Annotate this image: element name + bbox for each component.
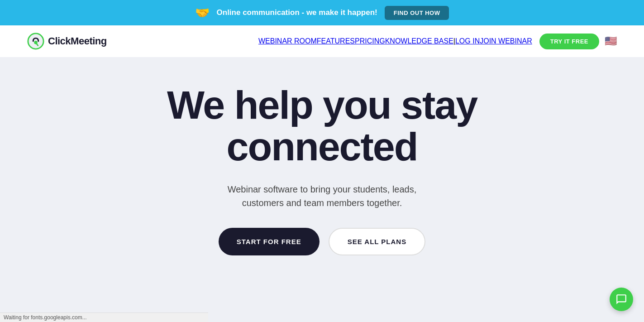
logo-text: ClickMeeting	[48, 35, 107, 47]
nav-webinar-room[interactable]: WEBINAR ROOM	[258, 37, 317, 45]
status-bar: Waiting for fonts.googleapis.com...	[0, 312, 208, 322]
hero-headline: We help you stay connected	[167, 84, 477, 168]
see-all-plans-button[interactable]: SEE ALL PLANS	[329, 228, 426, 255]
nav-features[interactable]: FEATURES	[317, 37, 355, 45]
top-banner: 🤝 Online communication - we make it happ…	[0, 0, 644, 25]
banner-text: Online communication - we make it happen…	[217, 8, 377, 17]
cta-buttons: START FOR FREE SEE ALL PLANS	[219, 228, 425, 255]
chat-bubble-button[interactable]	[610, 288, 633, 311]
headline-part1: We help you stay	[167, 82, 477, 127]
handshake-icon: 🤝	[195, 6, 210, 20]
hero-section: We help you stay connected Webinar softw…	[0, 57, 644, 322]
navbar: ClickMeeting WEBINAR ROOM FEATURES PRICI…	[0, 25, 644, 57]
hero-subtitle: Webinar software to bring your students,…	[209, 183, 435, 210]
chat-icon	[615, 293, 627, 305]
logo-icon	[27, 33, 44, 50]
headline-part2: connected	[226, 124, 417, 169]
nav-pricing[interactable]: PRICING	[355, 37, 385, 45]
start-free-button[interactable]: START FOR FREE	[219, 228, 320, 255]
nav-log-in[interactable]: LOG IN	[455, 37, 480, 45]
logo-link[interactable]: ClickMeeting	[27, 33, 107, 50]
headline-part2-wrapper: connected	[226, 126, 417, 168]
nav-knowledge-base[interactable]: KNOWLEDGE BASE	[385, 37, 453, 45]
nav-join-webinar[interactable]: JOIN WEBINAR	[480, 37, 532, 45]
try-free-button[interactable]: TRY IT FREE	[539, 34, 599, 49]
language-flag[interactable]: 🇺🇸	[605, 35, 617, 47]
find-out-button[interactable]: FIND OUT HOW	[385, 6, 449, 20]
status-text: Waiting for fonts.googleapis.com...	[4, 314, 87, 321]
